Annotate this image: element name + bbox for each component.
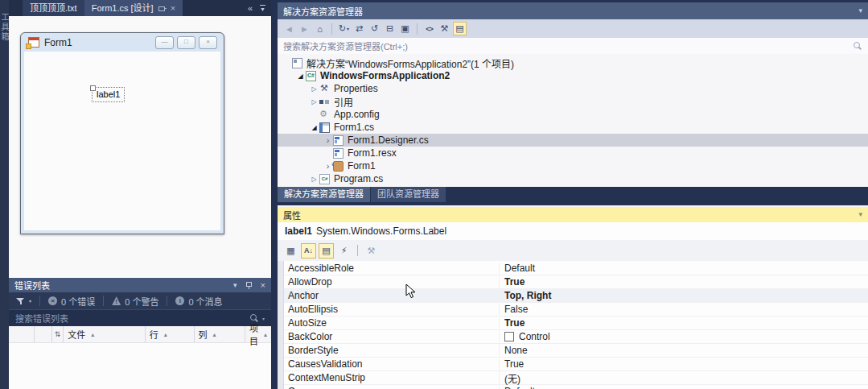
tree-item[interactable]: ▷Properties: [278, 82, 868, 95]
tab-list-icon[interactable]: ▼: [260, 5, 265, 12]
property-row[interactable]: AllowDropTrue: [284, 275, 868, 289]
vertical-splitter[interactable]: [271, 0, 278, 389]
filter-icon[interactable]: [16, 297, 25, 305]
tab-solution-explorer[interactable]: 解决方案资源管理器: [278, 187, 370, 202]
forward-icon[interactable]: ►: [298, 22, 311, 35]
refresh-icon[interactable]: ↺: [368, 22, 381, 35]
messages-count[interactable]: 0 个消息: [188, 295, 222, 308]
severity-column[interactable]: [17, 326, 35, 342]
window-position-icon[interactable]: ▾: [233, 282, 237, 289]
form-designer-surface[interactable]: Form1 — □ × label1: [9, 16, 271, 278]
preview-selected-items-icon[interactable]: ▣: [398, 22, 412, 35]
close-icon[interactable]: ×: [171, 4, 175, 13]
property-value[interactable]: False: [499, 304, 868, 315]
categorized-icon[interactable]: ▦: [283, 243, 298, 259]
tree-item[interactable]: App.config: [278, 108, 868, 121]
designed-form[interactable]: Form1 — □ × label1: [20, 32, 224, 234]
collapse-all-icon[interactable]: ⊟: [383, 22, 397, 35]
switch-views-icon[interactable]: ⇄: [352, 22, 366, 35]
property-value[interactable]: Control: [499, 331, 868, 342]
tab-form1-design[interactable]: Form1.cs [设计] ×: [84, 0, 183, 16]
tree-item[interactable]: 解决方案“WindowsFormsApplication2”(1 个项目): [278, 56, 868, 69]
property-value[interactable]: Top, Right: [499, 290, 868, 301]
property-name[interactable]: BackColor: [284, 331, 499, 342]
properties-icon[interactable]: ⚒: [438, 22, 451, 35]
tree-item[interactable]: ›Form1.Designer.cs: [278, 134, 868, 147]
column-header[interactable]: 文件▴: [64, 326, 145, 342]
property-name[interactable]: AllowDrop: [284, 276, 499, 288]
tree-item[interactable]: ›Form1: [278, 159, 868, 172]
property-row[interactable]: BackColorControl: [284, 330, 868, 344]
properties-title-bar[interactable]: 属性 ▾: [278, 207, 868, 222]
search-icon[interactable]: [853, 41, 862, 51]
property-value[interactable]: True: [499, 317, 868, 329]
property-row[interactable]: AnchorTop, Right: [284, 289, 868, 303]
selection-handle[interactable]: [90, 85, 96, 91]
property-name[interactable]: BorderStyle: [284, 345, 499, 356]
property-name[interactable]: AccessibleRole: [284, 263, 499, 274]
property-name[interactable]: Anchor: [284, 290, 499, 301]
pin-icon[interactable]: [245, 282, 253, 289]
expander-icon[interactable]: ▷: [309, 98, 319, 106]
warnings-count[interactable]: 0 个警告: [125, 295, 158, 308]
events-icon[interactable]: ⚡: [336, 243, 352, 259]
back-icon[interactable]: ◄: [282, 22, 296, 35]
errors-count[interactable]: 0 个错误: [61, 295, 95, 308]
column-header[interactable]: 行▴: [146, 326, 195, 342]
property-value[interactable]: None: [499, 345, 868, 356]
property-value[interactable]: Default: [499, 386, 868, 389]
column-header[interactable]: 项目▴: [245, 326, 271, 342]
property-row[interactable]: BorderStyleNone: [284, 344, 868, 358]
tree-item[interactable]: ▷引用: [278, 95, 868, 108]
property-row[interactable]: CausesValidationTrue: [284, 358, 868, 371]
sort-order-icon[interactable]: ⇅: [52, 326, 64, 342]
property-pages-icon[interactable]: ⚒: [364, 243, 379, 259]
solution-explorer-search-box[interactable]: 搜索解决方案资源管理器(Ctrl+;): [278, 38, 868, 55]
property-value[interactable]: True: [499, 358, 868, 370]
tree-item[interactable]: Form1.resx: [278, 147, 868, 159]
property-row[interactable]: CursorDefault: [284, 385, 868, 389]
alphabetical-sort-icon[interactable]: A↓: [301, 243, 316, 259]
expander-icon[interactable]: ▷: [309, 176, 319, 183]
property-row[interactable]: AutoSizeTrue: [284, 317, 868, 330]
property-name[interactable]: ContextMenuStrip: [284, 372, 499, 383]
property-value[interactable]: (无): [499, 371, 868, 385]
form-client-area[interactable]: label1: [24, 52, 220, 230]
property-row[interactable]: AutoEllipsisFalse: [284, 303, 868, 317]
expander-icon[interactable]: ▷: [309, 85, 319, 93]
code-column[interactable]: [35, 326, 52, 342]
sync-with-active-document-icon[interactable]: ↻▾: [337, 22, 351, 35]
tree-item[interactable]: ◢WindowsFormsApplication2: [278, 69, 868, 82]
show-all-files-icon[interactable]: ▤: [453, 22, 467, 35]
close-icon[interactable]: ×: [261, 281, 265, 290]
tree-item[interactable]: ◢Form1.cs: [278, 121, 868, 134]
property-row[interactable]: ContextMenuStrip(无): [284, 371, 868, 385]
expander-icon[interactable]: ◢: [309, 124, 319, 131]
window-position-icon[interactable]: ▾: [858, 7, 862, 14]
filter-dropdown-icon[interactable]: ▾: [29, 298, 31, 304]
error-list-search-box[interactable]: 搜索错误列表 ▾: [9, 309, 271, 326]
window-position-icon[interactable]: ▾: [858, 211, 862, 218]
view-code-icon[interactable]: <>: [422, 22, 436, 35]
tab-document-txt[interactable]: 顶顶顶顶.txt: [23, 0, 84, 16]
scroll-tabs-icon[interactable]: «: [248, 3, 253, 13]
property-row[interactable]: AccessibleRoleDefault: [284, 262, 868, 275]
properties-view-icon[interactable]: ▤: [319, 243, 334, 259]
property-value[interactable]: True: [499, 276, 868, 288]
properties-object-combobox[interactable]: label1 System.Windows.Forms.Label: [278, 222, 868, 240]
column-header[interactable]: 列▴: [195, 326, 245, 342]
property-name[interactable]: Cursor: [284, 386, 499, 389]
label1-control[interactable]: label1: [92, 87, 125, 102]
property-name[interactable]: AutoEllipsis: [284, 304, 499, 315]
home-icon[interactable]: ⌂: [313, 22, 327, 35]
expander-icon[interactable]: ›: [323, 135, 333, 145]
solution-explorer-title-bar[interactable]: 解决方案资源管理器 ▾: [278, 2, 868, 19]
property-value[interactable]: Default: [499, 263, 868, 274]
pin-icon[interactable]: [158, 5, 166, 12]
property-name[interactable]: CausesValidation: [284, 358, 499, 370]
property-name[interactable]: AutoSize: [284, 317, 499, 329]
search-dropdown-icon[interactable]: ▾: [262, 316, 265, 321]
collapsed-toolbox-tab[interactable]: 工具箱: [0, 0, 9, 389]
tree-item[interactable]: ▷Program.cs: [278, 172, 868, 185]
expander-icon[interactable]: ◢: [295, 72, 306, 80]
